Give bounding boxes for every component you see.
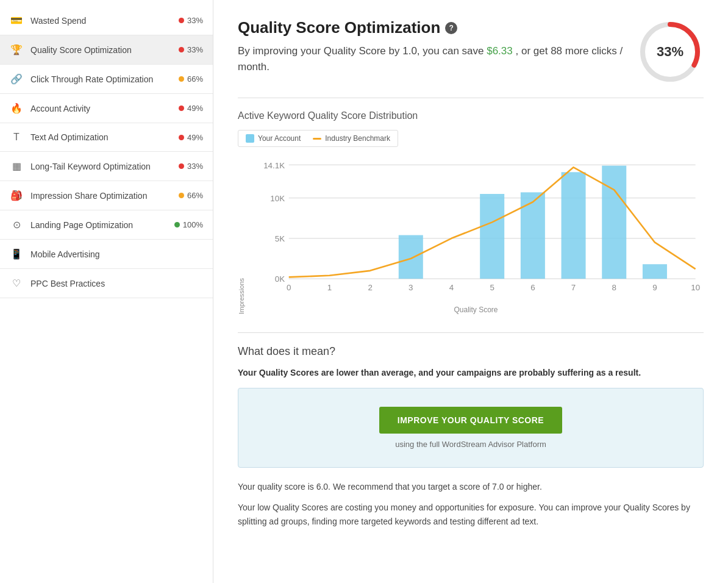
chart-wrapper: Impressions 0K5K10K14.1K012345678910 Qua…	[238, 157, 704, 314]
svg-text:7: 7	[571, 283, 576, 292]
sidebar-icon-mobile-advertising: 📱	[10, 248, 23, 260]
sidebar-label-quality-score: Quality Score Optimization	[30, 45, 179, 55]
svg-text:14.1K: 14.1K	[263, 161, 285, 170]
page-title-area: Quality Score Optimization ? By improvin…	[238, 18, 637, 74]
sidebar-item-quality-score[interactable]: 🏆Quality Score Optimization33%	[0, 35, 213, 65]
svg-rect-24	[562, 172, 586, 279]
sidebar-icon-text-ad: T	[10, 132, 23, 143]
legend-label: Your Account	[258, 134, 301, 143]
dot-wasted-spend	[179, 18, 184, 23]
subtitle-part1: By improving your Quality Score by 1.0, …	[238, 45, 484, 57]
sidebar-label-text-ad: Text Ad Optimization	[30, 132, 179, 142]
sidebar-icon-long-tail: ▦	[10, 160, 23, 172]
chart-inner: 0K5K10K14.1K012345678910 Quality Score	[248, 157, 704, 314]
dot-long-tail	[179, 163, 184, 169]
header-divider	[238, 98, 704, 98]
y-axis-label: Impressions	[238, 278, 245, 314]
x-axis-label: Quality Score	[248, 306, 704, 314]
gauge-label: 33%	[657, 44, 683, 60]
sidebar-badge-impression-share: 66%	[179, 191, 203, 200]
page-header: Quality Score Optimization ? By improvin…	[238, 18, 704, 85]
sidebar-item-mobile-advertising[interactable]: 📱Mobile Advertising	[0, 240, 213, 269]
page-title-text: Quality Score Optimization	[238, 18, 440, 37]
svg-text:0: 0	[287, 283, 291, 292]
sidebar-badge-account-activity: 49%	[179, 104, 203, 113]
sidebar-badge-quality-score: 33%	[179, 45, 203, 54]
svg-rect-25	[602, 166, 626, 279]
pct-ctr: 66%	[187, 74, 203, 84]
sidebar-icon-wasted-spend: 💳	[10, 15, 23, 26]
svg-text:10K: 10K	[270, 194, 285, 203]
sidebar-label-ctr: Click Through Rate Optimization	[30, 74, 179, 84]
sidebar-icon-impression-share: 🎒	[10, 190, 23, 201]
info-icon[interactable]: ?	[445, 22, 457, 34]
sidebar-item-ppc-best-practices[interactable]: ♡PPC Best Practices	[0, 269, 213, 298]
svg-text:10: 10	[691, 283, 700, 292]
svg-rect-23	[521, 192, 545, 279]
legend-item: Industry Benchmark	[313, 134, 390, 143]
svg-text:5K: 5K	[275, 234, 285, 243]
what-title: What does it mean?	[238, 345, 704, 358]
pct-impression-share: 66%	[187, 191, 203, 200]
sidebar-item-impression-share[interactable]: 🎒Impression Share Optimization66%	[0, 181, 213, 210]
sidebar-label-ppc-best-practices: PPC Best Practices	[30, 279, 203, 288]
sidebar-icon-quality-score: 🏆	[10, 44, 23, 55]
dot-text-ad	[179, 135, 184, 140]
dot-quality-score	[179, 47, 184, 52]
gauge-widget: 33%	[637, 18, 704, 85]
chart-legend: Your AccountIndustry Benchmark	[238, 130, 398, 147]
sidebar-icon-ppc-best-practices: ♡	[10, 277, 23, 289]
sidebar-label-wasted-spend: Wasted Spend	[30, 16, 179, 26]
cta-sub: using the full WordStream Advisor Platfo…	[251, 440, 691, 449]
svg-text:0K: 0K	[275, 274, 285, 284]
sidebar-badge-text-ad: 49%	[179, 133, 203, 142]
svg-text:3: 3	[409, 283, 413, 292]
chart-title: Active Keyword Quality Score Distributio…	[238, 110, 704, 121]
subtitle-money: $6.33	[487, 45, 513, 57]
chart-section: Active Keyword Quality Score Distributio…	[238, 110, 704, 314]
svg-text:6: 6	[530, 283, 535, 292]
dot-ctr	[179, 76, 184, 82]
legend-line-icon	[313, 138, 321, 140]
pct-account-activity: 49%	[187, 104, 203, 113]
svg-text:4: 4	[449, 283, 454, 292]
svg-rect-21	[399, 235, 423, 279]
sidebar-badge-landing-page: 100%	[174, 220, 203, 229]
sidebar-item-ctr[interactable]: 🔗Click Through Rate Optimization66%	[0, 65, 213, 94]
sidebar-item-account-activity[interactable]: 🔥Account Activity49%	[0, 94, 213, 123]
svg-text:2: 2	[368, 283, 372, 292]
description-bold: Your Quality Scores are lower than avera…	[238, 367, 704, 379]
sidebar-badge-ctr: 66%	[179, 74, 203, 84]
pct-wasted-spend: 33%	[187, 16, 203, 25]
sidebar-item-text-ad[interactable]: TText Ad Optimization49%	[0, 123, 213, 152]
sidebar-label-account-activity: Account Activity	[30, 104, 179, 113]
sidebar-item-long-tail[interactable]: ▦Long-Tail Keyword Optimization33%	[0, 152, 213, 181]
pct-landing-page: 100%	[183, 220, 203, 229]
legend-label: Industry Benchmark	[325, 134, 390, 143]
sidebar: 💳Wasted Spend33%🏆Quality Score Optimizat…	[0, 0, 213, 583]
sidebar-item-landing-page[interactable]: ⊙Landing Page Optimization100%	[0, 210, 213, 240]
main-content: Quality Score Optimization ? By improvin…	[213, 0, 728, 583]
explanation-section: What does it mean? Your Quality Scores a…	[238, 345, 704, 528]
cta-button[interactable]: IMPROVE YOUR QUALITY SCORE	[379, 407, 562, 434]
chart-svg: 0K5K10K14.1K012345678910	[248, 157, 704, 303]
sidebar-label-landing-page: Landing Page Optimization	[30, 220, 174, 230]
sidebar-icon-landing-page: ⊙	[10, 219, 23, 231]
page-title: Quality Score Optimization ?	[238, 18, 637, 37]
legend-item: Your Account	[246, 134, 301, 143]
sidebar-label-long-tail: Long-Tail Keyword Optimization	[30, 162, 179, 171]
svg-text:9: 9	[652, 283, 657, 292]
cta-box: IMPROVE YOUR QUALITY SCORE using the ful…	[238, 388, 704, 468]
chart-divider	[238, 332, 704, 333]
dot-impression-share	[179, 193, 184, 198]
sidebar-label-mobile-advertising: Mobile Advertising	[30, 249, 203, 259]
body-text-2: Your low Quality Scores are costing you …	[238, 501, 704, 528]
pct-long-tail: 33%	[187, 162, 203, 171]
sidebar-badge-long-tail: 33%	[179, 162, 203, 171]
sidebar-item-wasted-spend[interactable]: 💳Wasted Spend33%	[0, 6, 213, 35]
sidebar-icon-ctr: 🔗	[10, 73, 23, 85]
dot-landing-page	[174, 222, 180, 227]
legend-box-icon	[246, 134, 254, 143]
sidebar-icon-account-activity: 🔥	[10, 102, 23, 114]
page-subtitle: By improving your Quality Score by 1.0, …	[238, 43, 637, 74]
